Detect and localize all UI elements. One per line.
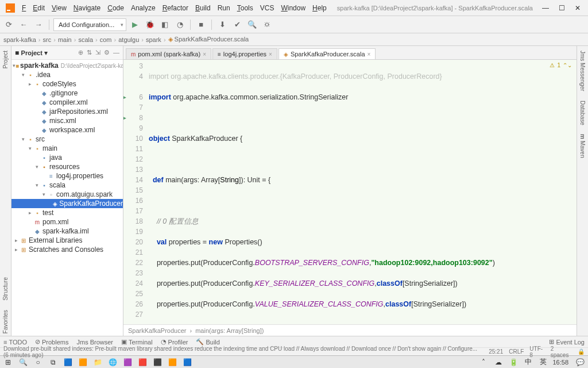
tool-todo[interactable]: ≡ TODO — [3, 339, 27, 346]
close-icon[interactable]: × — [368, 51, 371, 57]
tree-main[interactable]: ▾▪main — [11, 144, 123, 153]
tab-pom[interactable]: mpom.xml (spark-kafka)× — [126, 48, 211, 59]
close-icon[interactable]: × — [269, 51, 272, 57]
status-caret-pos[interactable]: 25:21 — [489, 348, 503, 355]
crumb-file[interactable]: ◈ SparkKafkaProducer.scala — [168, 36, 249, 43]
start-icon[interactable]: ⊞ — [2, 357, 14, 367]
tool-favorites[interactable]: Favorites — [2, 308, 9, 336]
status-line-ending[interactable]: CRLF — [509, 348, 524, 355]
menu-view[interactable]: View — [48, 3, 70, 13]
tool-terminal[interactable]: ▣ Terminal — [121, 338, 153, 346]
crumb-main[interactable]: main — [58, 36, 72, 43]
status-encoding[interactable]: UTF-8 — [529, 346, 544, 358]
code-line[interactable]: object SparkKafkaProducer { — [146, 133, 577, 144]
search-icon[interactable]: 🔍 — [246, 18, 258, 31]
expand-all-icon[interactable]: ⇅ — [87, 49, 92, 56]
explorer-icon[interactable]: 📁 — [92, 357, 103, 367]
tray-ime-icon[interactable]: 中 — [523, 357, 534, 367]
menu-tools[interactable]: Tools — [234, 3, 257, 13]
powerpoint-icon[interactable]: 🟧 — [167, 357, 178, 367]
select-opened-icon[interactable]: ⊕ — [78, 49, 83, 56]
tool-structure[interactable]: Structure — [2, 275, 9, 303]
code-line[interactable]: val properties = new Properties() — [146, 237, 577, 247]
cortana-icon[interactable]: ○ — [32, 357, 44, 367]
menu-file[interactable]: F — [18, 3, 29, 13]
word-icon[interactable]: 🟦 — [181, 357, 193, 367]
tree-compiler[interactable]: ◆compiler.xml — [11, 98, 123, 107]
close-button[interactable]: ✕ — [570, 3, 586, 13]
forward-icon[interactable]: → — [32, 18, 45, 31]
crumb-atguigu[interactable]: atgulgu — [118, 36, 139, 43]
profile-icon[interactable]: ◔ — [173, 18, 186, 31]
crumb-src[interactable]: src — [43, 36, 52, 43]
tree-idea[interactable]: ▾▪.idea — [11, 70, 123, 79]
chrome-icon[interactable]: 🌐 — [107, 357, 118, 367]
crumb-root[interactable]: spark-kafka — [3, 36, 36, 43]
menu-refactor[interactable]: Refactor — [159, 3, 192, 13]
tool-jms-browser[interactable]: Jms Browser — [76, 339, 113, 346]
tree-producer[interactable]: ◈SparkKafkaProducer — [11, 199, 123, 208]
hide-icon[interactable]: — — [113, 49, 119, 56]
app-icon[interactable]: 🟥 — [137, 357, 148, 367]
tree-jarrepos[interactable]: ◆jarRepositories.xml — [11, 107, 123, 116]
menu-build[interactable]: Build — [192, 3, 214, 13]
maximize-button[interactable]: ☐ — [554, 3, 570, 13]
taskbar-clock[interactable]: 16:58 — [552, 359, 568, 366]
collapse-all-icon[interactable]: ⇲ — [95, 49, 100, 56]
minimize-button[interactable]: — — [537, 3, 554, 13]
bc-method[interactable]: main(args: Array[String]) — [195, 327, 264, 334]
menu-window[interactable]: Window — [277, 3, 309, 13]
menu-analyze[interactable]: Analyze — [127, 3, 159, 13]
tool-jms[interactable]: Jms Messenger — [579, 48, 586, 94]
tool-maven[interactable]: m Maven — [579, 132, 586, 160]
vcs-update-icon[interactable]: ⬇ — [216, 18, 229, 31]
debug-icon[interactable]: 🐞 — [144, 18, 156, 31]
menu-help[interactable]: Help — [309, 3, 330, 13]
crumb-com[interactable]: com — [100, 36, 112, 43]
tool-build[interactable]: 🔨 Build — [196, 338, 219, 346]
tree-workspace[interactable]: ◆workspace.xml — [11, 125, 123, 135]
notifications-icon[interactable]: 💬 — [574, 357, 586, 367]
tree-gitignore[interactable]: ◆.gitignore — [11, 89, 123, 98]
tree-root[interactable]: ▾■spark-kafkaD:\IdeaProject2\spark-kaf — [11, 61, 123, 70]
tab-log4j[interactable]: ≡log4j.properties× — [212, 48, 277, 59]
stop-icon[interactable]: ■ — [195, 18, 207, 31]
gutter[interactable]: 34 67 8910 11121314 15161718 19202122 23… — [123, 60, 146, 324]
tree-package[interactable]: ▾▫com.atguigu.spark — [11, 190, 123, 199]
tool-database[interactable]: Database — [579, 98, 586, 128]
crumb-spark[interactable]: spark — [146, 36, 161, 43]
taskview-icon[interactable]: ⧉ — [47, 357, 59, 367]
tree-test[interactable]: ▸▪test — [11, 208, 123, 217]
menu-vcs[interactable]: VCS — [257, 3, 278, 13]
tree-codestyles[interactable]: ▸▪codeStyles — [11, 79, 123, 89]
code-line[interactable]: import org.apache.kafka.common.serializa… — [146, 92, 577, 102]
tray-chevron-icon[interactable]: ˄ — [478, 357, 489, 367]
tool-project[interactable]: Project — [2, 48, 9, 71]
tree-iml[interactable]: ◆spark-kafka.iml — [11, 227, 123, 236]
settings-icon[interactable]: ⛭ — [261, 18, 273, 31]
tree-src[interactable]: ▾▪src — [11, 135, 123, 144]
tool-profiler[interactable]: ◔ Profiler — [161, 338, 188, 346]
code-line[interactable]: properties.put(ProducerConfig.BOOTSTRAP_… — [146, 258, 577, 268]
app-icon[interactable]: 🟦 — [62, 357, 74, 367]
code-line[interactable]: import org.apache.kafka.clients.producer… — [146, 71, 577, 82]
code-editor[interactable]: ⚠ 1 ⌃⌄ 34 67 8910 11121314 15161718 1920… — [123, 60, 577, 324]
menu-edit[interactable]: Edit — [29, 3, 48, 13]
menu-run[interactable]: Run — [214, 3, 234, 13]
code-line[interactable]: def main(args: Array[String]): Unit = { — [146, 175, 577, 185]
app-icon[interactable]: 🟧 — [77, 357, 88, 367]
tray-lang-icon[interactable]: 英 — [537, 357, 549, 367]
project-tree[interactable]: ▾■spark-kafkaD:\IdeaProject2\spark-kaf ▾… — [11, 60, 123, 336]
status-lock-icon[interactable]: 🔒 — [578, 348, 585, 355]
status-message[interactable]: Download pre-built shared indexes: Pre-b… — [3, 346, 483, 358]
tab-producer[interactable]: ◈SparkKafkaProducer.scala× — [278, 48, 376, 59]
sync-icon[interactable]: ⟳ — [2, 18, 15, 31]
app-icon[interactable]: ⬛ — [152, 357, 163, 367]
tree-resources[interactable]: ▾▪resources — [11, 162, 123, 171]
tree-external-libs[interactable]: ▸⊞External Libraries — [11, 236, 123, 245]
tree-scratches[interactable]: ▸⊞Scratches and Consoles — [11, 245, 123, 254]
menu-code[interactable]: Code — [104, 3, 127, 13]
tray-battery-icon[interactable]: 🔋 — [508, 357, 519, 367]
search-icon[interactable]: 🔍 — [17, 357, 29, 367]
code-line[interactable]: // 0 配置信息 — [146, 216, 577, 227]
